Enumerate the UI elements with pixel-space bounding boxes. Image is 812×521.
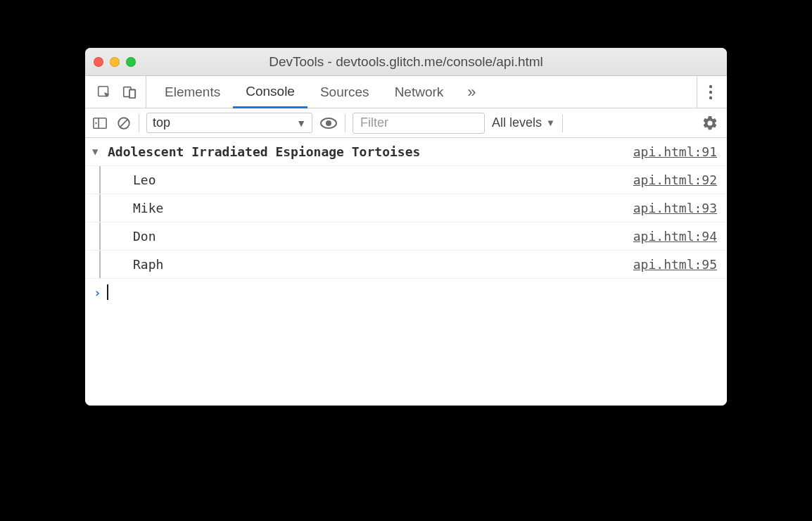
console-log-row: Mike api.html:93 xyxy=(85,194,727,222)
levels-label: All levels xyxy=(492,115,542,130)
execution-context-selector[interactable]: top ▼ xyxy=(146,113,312,133)
text-cursor xyxy=(107,284,108,300)
show-console-sidebar-icon[interactable] xyxy=(92,116,108,130)
svg-point-10 xyxy=(326,120,331,126)
console-toolbar: top ▼ All levels ▼ xyxy=(85,108,727,138)
kebab-icon xyxy=(709,84,713,100)
inspect-element-icon[interactable] xyxy=(96,84,112,100)
context-label: top xyxy=(153,115,170,130)
chevron-double-right-icon: » xyxy=(467,83,476,101)
prompt-caret-icon: › xyxy=(94,285,101,300)
log-message: Don xyxy=(92,227,633,246)
device-toolbar-icon[interactable] xyxy=(122,84,137,100)
panel-tabbar: Elements Console Sources Network » xyxy=(85,76,727,108)
minimize-window-button[interactable] xyxy=(110,57,120,67)
tab-sources[interactable]: Sources xyxy=(307,76,382,108)
console-log-row: Don api.html:94 xyxy=(85,222,727,251)
close-window-button[interactable] xyxy=(94,57,103,67)
source-link[interactable]: api.html:92 xyxy=(633,170,717,189)
window-controls xyxy=(94,57,136,67)
log-message: Leo xyxy=(92,170,633,189)
svg-rect-2 xyxy=(129,89,135,98)
filter-input[interactable] xyxy=(353,113,485,134)
svg-point-4 xyxy=(709,84,712,87)
tab-label: Console xyxy=(246,84,295,99)
console-output: ▼ Adolescent Irradiated Espionage Tortoi… xyxy=(85,138,727,406)
clear-console-icon[interactable] xyxy=(116,115,132,131)
titlebar: DevTools - devtools.glitch.me/console/ap… xyxy=(85,48,727,76)
console-settings-button[interactable] xyxy=(702,115,720,132)
source-link[interactable]: api.html:94 xyxy=(633,227,717,246)
gear-icon xyxy=(702,115,718,132)
tab-network[interactable]: Network xyxy=(382,76,457,108)
source-link[interactable]: api.html:91 xyxy=(633,142,717,161)
chevron-down-icon: ▼ xyxy=(546,118,555,128)
source-link[interactable]: api.html:95 xyxy=(633,255,717,274)
tab-label: Network xyxy=(395,84,444,100)
log-message: Mike xyxy=(92,199,633,218)
toolbar-left xyxy=(88,76,146,108)
svg-point-5 xyxy=(709,90,712,93)
devtools-window: DevTools - devtools.glitch.me/console/ap… xyxy=(85,48,727,406)
zoom-window-button[interactable] xyxy=(126,57,136,67)
tab-console[interactable]: Console xyxy=(233,76,307,108)
window-title: DevTools - devtools.glitch.me/console/ap… xyxy=(85,54,727,70)
source-link[interactable]: api.html:93 xyxy=(633,199,717,218)
log-message: Raph xyxy=(92,255,633,274)
tab-label: Elements xyxy=(165,84,220,100)
disclosure-triangle-icon[interactable]: ▼ xyxy=(92,144,102,159)
tab-label: Sources xyxy=(320,84,369,100)
group-title: Adolescent Irradiated Espionage Tortoise… xyxy=(108,142,633,161)
tabs-overflow-button[interactable]: » xyxy=(456,76,487,108)
console-prompt[interactable]: › xyxy=(85,279,727,306)
tabs: Elements Console Sources Network xyxy=(146,76,456,108)
tab-elements[interactable]: Elements xyxy=(152,76,233,108)
console-log-row: Leo api.html:92 xyxy=(85,166,727,194)
live-expression-icon[interactable] xyxy=(319,116,338,130)
log-levels-selector[interactable]: All levels ▼ xyxy=(492,115,555,130)
console-log-row: Raph api.html:95 xyxy=(85,251,727,279)
svg-point-6 xyxy=(709,96,712,99)
console-group-header[interactable]: ▼ Adolescent Irradiated Espionage Tortoi… xyxy=(85,138,727,166)
chevron-down-icon: ▼ xyxy=(296,118,306,129)
more-options-button[interactable] xyxy=(697,76,724,108)
